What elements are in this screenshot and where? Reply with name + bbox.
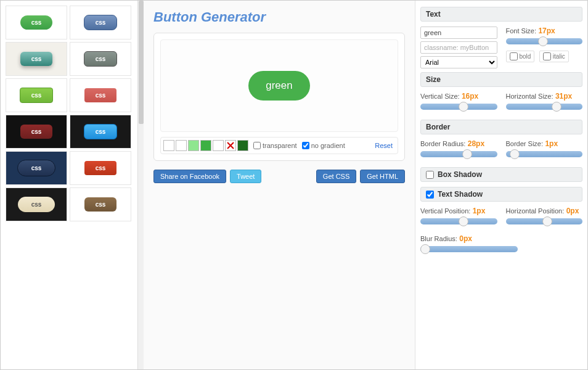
font-select[interactable]: Arial: [420, 56, 497, 68]
preset-tile[interactable]: css: [6, 42, 67, 76]
ts-hpos-slider[interactable]: [506, 218, 583, 224]
editor-area: Button Generator green transparent: [144, 1, 415, 369]
swatch[interactable]: [188, 140, 199, 151]
button-text-input[interactable]: [420, 27, 497, 39]
share-facebook-button[interactable]: Share on Facebook: [153, 170, 226, 183]
section-text-heading: Text: [420, 7, 582, 22]
swatch[interactable]: [176, 140, 187, 151]
ts-vpos-slider[interactable]: [420, 218, 497, 224]
bold-checkbox[interactable]: bold: [506, 51, 535, 62]
preset-tile[interactable]: css: [6, 115, 67, 149]
text-shadow-checkbox[interactable]: [426, 191, 434, 199]
reset-link[interactable]: Reset: [372, 142, 395, 149]
section-border-heading: Border: [420, 120, 582, 134]
section-text-shadow-heading[interactable]: Text Shadow: [420, 187, 582, 202]
preview-button[interactable]: green: [248, 71, 309, 101]
preview-canvas: green: [160, 39, 398, 132]
preset-tile[interactable]: css: [70, 187, 131, 221]
swatch[interactable]: [200, 140, 211, 151]
preset-tile[interactable]: css: [6, 187, 67, 221]
preset-tile[interactable]: css: [6, 78, 67, 112]
swatch[interactable]: [163, 140, 174, 151]
border-size-slider[interactable]: [506, 151, 583, 157]
transparent-input[interactable]: [253, 142, 261, 149]
preset-tile[interactable]: css: [70, 6, 131, 39]
box-shadow-checkbox[interactable]: [426, 171, 434, 179]
preset-tile[interactable]: css: [70, 42, 131, 76]
preset-tile[interactable]: css: [6, 151, 67, 185]
border-radius-slider[interactable]: [420, 151, 497, 157]
section-box-shadow-heading[interactable]: Box Shadow: [420, 167, 582, 182]
horizontal-size-slider[interactable]: [506, 104, 583, 110]
italic-checkbox[interactable]: italic: [539, 51, 569, 62]
classname-input[interactable]: [420, 41, 497, 54]
page-title: Button Generator: [153, 9, 405, 25]
no-gradient-input[interactable]: [302, 142, 309, 149]
vertical-size-slider[interactable]: [420, 104, 497, 110]
preset-tile[interactable]: css: [70, 151, 131, 185]
no-gradient-checkbox[interactable]: no gradient: [302, 142, 345, 149]
tweet-button[interactable]: Tweet: [230, 170, 261, 183]
preview-panel: green transparent no gradient Reset: [153, 33, 405, 161]
swatch[interactable]: [213, 140, 224, 151]
preset-tile[interactable]: css: [70, 78, 131, 112]
preset-tile[interactable]: css: [6, 6, 67, 39]
ts-blur-slider[interactable]: [420, 246, 518, 252]
get-css-button[interactable]: Get CSS: [316, 170, 356, 183]
gallery-scrollbar[interactable]: [137, 1, 144, 369]
transparent-checkbox[interactable]: transparent: [253, 142, 297, 149]
color-swatch-row: transparent no gradient Reset: [160, 137, 398, 154]
swatch[interactable]: [237, 140, 248, 151]
swatch-none[interactable]: [225, 140, 236, 151]
section-size-heading: Size: [420, 72, 582, 87]
preset-gallery: css css css css css css css css css css …: [1, 1, 137, 369]
get-html-button[interactable]: Get HTML: [360, 170, 405, 183]
properties-panel: Text Arial Font Size: 17px bold italic S…: [415, 1, 587, 369]
font-size-slider[interactable]: [506, 38, 583, 44]
preset-tile[interactable]: css: [70, 115, 131, 149]
